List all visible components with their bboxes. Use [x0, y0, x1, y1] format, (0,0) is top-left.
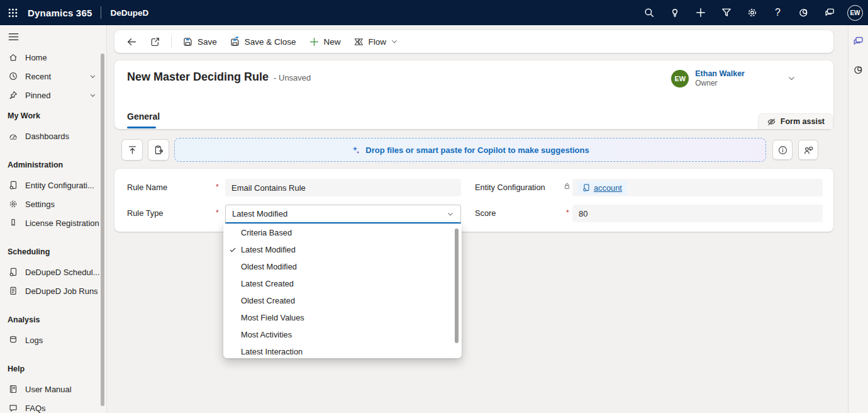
clock-icon [8, 71, 19, 82]
dropdown-option-most-activities[interactable]: Most Activities [223, 326, 462, 343]
home-icon [8, 52, 19, 63]
sidebar-item-user-manual[interactable]: User Manual [0, 380, 106, 399]
flow-label: Flow [369, 37, 387, 47]
quick-create-plus-icon[interactable] [690, 3, 711, 23]
chevron-down-icon[interactable] [89, 92, 96, 99]
lock-icon [563, 182, 571, 190]
owner-role: Owner [695, 79, 745, 88]
sparkle-icon [351, 145, 360, 155]
hamburger-menu-icon[interactable] [0, 25, 106, 48]
rule-type-combobox[interactable]: Latest Modified [225, 205, 461, 223]
chat-bubble-icon [8, 402, 19, 413]
save-and-close-button[interactable]: Save & Close [224, 33, 302, 50]
copilot-drop-zone[interactable]: Drop files or smart paste for Copilot to… [174, 138, 766, 162]
rule-type-value: Latest Modified [232, 209, 287, 218]
owner-chevron-icon[interactable] [787, 74, 796, 82]
search-icon[interactable] [638, 3, 659, 23]
filter-icon[interactable] [716, 3, 737, 23]
chevron-down-icon[interactable] [89, 73, 96, 80]
sidebar-item-home[interactable]: Home [0, 48, 106, 67]
sidebar-item-dedupeD-schedules[interactable]: DeDupeD Schedul... [0, 263, 106, 281]
topbar-divider [101, 6, 101, 19]
pin-icon [8, 89, 19, 101]
app-launcher-icon[interactable] [0, 0, 25, 25]
command-bar: Save Save & Close New Flow [114, 30, 833, 53]
back-button[interactable] [121, 33, 143, 50]
entity-configuration-chip[interactable]: account [577, 181, 626, 195]
environment-name[interactable]: DeDupeD [110, 8, 148, 18]
score-input[interactable] [572, 205, 823, 222]
rule-name-input[interactable] [225, 179, 461, 196]
tab-general[interactable]: General [127, 111, 160, 125]
dashboard-icon [8, 130, 19, 142]
dropdown-option-most-field-values[interactable]: Most Field Values [223, 309, 462, 326]
upload-file-button[interactable] [121, 139, 143, 161]
database-icon [8, 334, 19, 346]
entity-record-icon [582, 183, 591, 192]
owner-name-link[interactable]: Ethan Walker [695, 69, 745, 79]
general-section-card: Rule Name * Rule Type * Latest Modified … [114, 169, 833, 232]
info-button[interactable] [772, 140, 793, 160]
save-status: - Unsaved [274, 73, 311, 82]
sidebar-section-help: Help [0, 361, 106, 376]
sidebar-item-license-registration[interactable]: License Registration [0, 213, 106, 232]
tab-general-underline [127, 127, 156, 128]
dropdown-option-latest-modified-selected[interactable]: Latest Modified [223, 241, 462, 258]
copilot-drop-zone-text: Drop files or smart paste for Copilot to… [365, 145, 589, 155]
user-feedback-button[interactable] [798, 140, 818, 160]
page-title: New Master Deciding Rule [127, 71, 269, 84]
sidebar-section-administration: Administration [0, 157, 106, 173]
sidebar-item-recent[interactable]: Recent [0, 67, 106, 86]
document-list-icon [8, 285, 19, 297]
flow-button[interactable]: Flow [348, 33, 404, 50]
entity-configuration-field[interactable]: account [572, 179, 823, 196]
dropdown-option-oldest-created[interactable]: Oldest Created [223, 292, 462, 309]
entity-configuration-link[interactable]: account [594, 183, 622, 193]
form-assist-button[interactable]: Form assist [758, 113, 833, 129]
sidebar-item-entity-configurations[interactable]: Entity Configurati... [0, 176, 106, 195]
app-title[interactable]: Dynamics 365 [28, 8, 92, 18]
book-icon [8, 383, 19, 395]
help-icon[interactable]: ? [767, 3, 788, 23]
sidebar-item-settings[interactable]: Settings [0, 195, 106, 213]
license-icon [8, 217, 19, 229]
teams-chat-icon[interactable] [852, 34, 865, 48]
dropdown-option-oldest-modified[interactable]: Oldest Modified [223, 258, 462, 275]
open-in-new-window-button[interactable] [144, 33, 166, 50]
new-button[interactable]: New [303, 33, 347, 50]
sidebar-scrollbar[interactable] [101, 54, 104, 406]
smart-paste-button[interactable] [148, 139, 169, 161]
form-assist-label: Form assist [781, 117, 825, 126]
sidebar-item-dedupeD-job-runs[interactable]: DeDupeD Job Runs [0, 281, 106, 300]
gear-icon [8, 198, 19, 210]
user-avatar[interactable]: EW [847, 5, 863, 21]
ideas-lightbulb-icon[interactable] [664, 3, 685, 23]
combobox-chevron-icon [447, 210, 454, 218]
dropdown-option-latest-interaction[interactable]: Latest Interaction [223, 343, 462, 358]
right-side-rail [848, 25, 868, 413]
settings-gear-icon[interactable] [742, 3, 762, 23]
sidebar-item-pinned[interactable]: Pinned [0, 86, 106, 105]
document-gear-icon [8, 266, 19, 278]
copilot-icon[interactable] [793, 3, 814, 23]
sidebar-item-logs[interactable]: Logs [0, 331, 106, 349]
sidebar-section-analysis: Analysis [0, 312, 106, 327]
rule-type-required-asterisk: * [216, 208, 219, 217]
rule-type-dropdown-flyout: Criteria Based Latest Modified Oldest Mo… [223, 224, 462, 358]
save-button[interactable]: Save [177, 33, 223, 50]
dropdown-scrollbar[interactable] [455, 229, 459, 343]
checkmark-icon [229, 246, 236, 254]
sidebar-item-faqs[interactable]: FAQs [0, 399, 106, 413]
copilot-panel-icon[interactable] [852, 63, 865, 77]
feedback-chat-icon[interactable] [819, 3, 840, 23]
sidebar-section-scheduling: Scheduling [0, 244, 106, 259]
dropdown-option-criteria-based[interactable]: Criteria Based [223, 224, 462, 241]
new-label: New [324, 37, 341, 47]
flow-chevron-icon [391, 38, 398, 45]
score-label: Score [475, 208, 496, 218]
dropdown-option-latest-created[interactable]: Latest Created [223, 275, 462, 292]
owner-field[interactable]: EW Ethan Walker Owner [671, 69, 796, 88]
sidebar-item-dashboards[interactable]: Dashboards [0, 127, 106, 145]
form-assist-eye-off-icon [767, 117, 776, 127]
site-map-sidebar: Home Recent Pinned My Work Dashboards Ad… [0, 25, 107, 413]
